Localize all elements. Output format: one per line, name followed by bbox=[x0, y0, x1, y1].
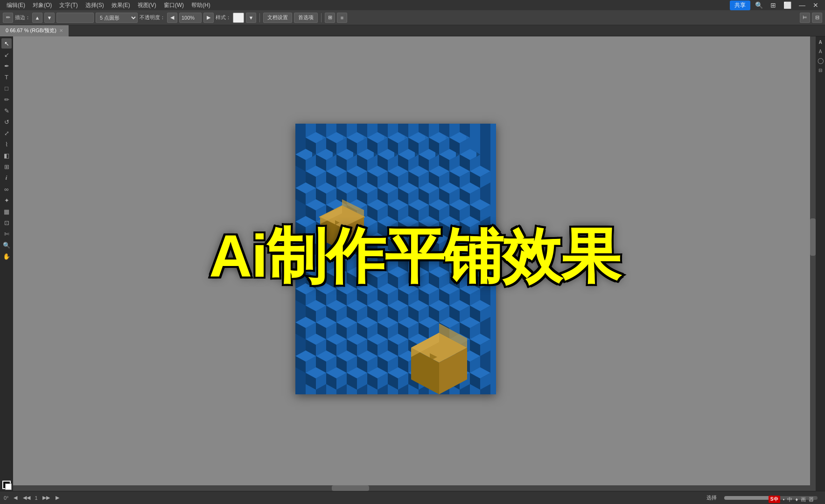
graph-tool[interactable]: ▦ bbox=[1, 206, 12, 217]
warp-tool[interactable]: ⌇ bbox=[1, 139, 12, 149]
preferences-button[interactable]: 首选项 bbox=[294, 13, 318, 23]
scrollbar-right-thumb[interactable] bbox=[810, 218, 816, 256]
eyedropper-tool[interactable]: 𝒊 bbox=[1, 173, 12, 183]
opacity-up-icon[interactable]: ▶ bbox=[203, 13, 214, 23]
zoom-tool[interactable]: 🔍 bbox=[1, 240, 12, 250]
tab-close-icon[interactable]: ✕ bbox=[59, 28, 63, 33]
separator-1 bbox=[259, 13, 260, 22]
right-panel-grid-icon[interactable]: ⊟ bbox=[817, 66, 824, 74]
menu-edit[interactable]: 编辑(E) bbox=[4, 1, 28, 10]
iso-pattern-svg bbox=[295, 124, 496, 394]
style-label: 样式： bbox=[216, 14, 231, 21]
menu-window[interactable]: 窗口(W) bbox=[161, 1, 187, 10]
right-panel-circle-icon[interactable]: ◯ bbox=[817, 57, 824, 64]
direct-select-tool[interactable]: ↙ bbox=[1, 49, 12, 60]
snap-value-input[interactable] bbox=[56, 13, 94, 23]
gradient-tool[interactable]: ◧ bbox=[1, 150, 12, 161]
artboard-tool[interactable]: ⊡ bbox=[1, 217, 12, 228]
close-icon[interactable]: ✕ bbox=[810, 0, 821, 10]
shape-tool[interactable]: □ bbox=[1, 83, 12, 93]
menu-object[interactable]: 对象(O) bbox=[30, 1, 55, 10]
status-action-label: 选择 bbox=[706, 494, 717, 501]
hand-tool[interactable]: ✋ bbox=[1, 251, 12, 261]
menu-bar: 编辑(E) 对象(O) 文字(T) 选择(S) 效果(E) 视图(V) 窗口(W… bbox=[0, 0, 825, 10]
rotation-value: 0° bbox=[4, 495, 9, 501]
minimize-icon[interactable]: — bbox=[796, 0, 808, 10]
doc-background bbox=[295, 124, 496, 394]
snap-label: 描边： bbox=[15, 14, 30, 21]
scrollbar-right[interactable] bbox=[810, 36, 816, 491]
text-tool[interactable]: T bbox=[1, 72, 12, 82]
fill-color[interactable] bbox=[2, 481, 11, 489]
tab-label: 0 66.67 % (RGB/预览) bbox=[6, 27, 56, 34]
arrange-toolbar-icon[interactable]: ⊞ bbox=[325, 13, 335, 23]
menu-help[interactable]: 帮助(H) bbox=[189, 1, 213, 10]
document-canvas bbox=[295, 124, 496, 394]
page-next-btn[interactable]: ▶ bbox=[55, 495, 60, 501]
page-prev-btn[interactable]: ◀ bbox=[13, 495, 18, 501]
right-panel-ai-icon[interactable]: A bbox=[817, 38, 824, 46]
system-tray: S中 • 中 ♦ 画 器 bbox=[769, 496, 814, 503]
tray-logo[interactable]: S中 bbox=[769, 496, 780, 503]
mesh-tool[interactable]: ⊞ bbox=[1, 161, 12, 172]
style-dropdown-icon[interactable]: ▼ bbox=[246, 13, 256, 23]
right-panel: A A ◯ ⊟ bbox=[816, 36, 825, 491]
canvas-area: Ai制作平铺效果 bbox=[13, 36, 816, 491]
menu-effect[interactable]: 效果(E) bbox=[109, 1, 133, 10]
scrollbar-bottom-thumb[interactable] bbox=[332, 485, 369, 491]
more-options-icon[interactable]: ≡ bbox=[337, 13, 347, 23]
menu-text[interactable]: 文字(T) bbox=[56, 1, 80, 10]
slice-tool[interactable]: ✄ bbox=[1, 229, 12, 239]
tray-icon-4[interactable]: 画 bbox=[801, 496, 806, 503]
search-icon[interactable]: 🔍 bbox=[752, 0, 766, 10]
panel-icon[interactable]: ⊟ bbox=[812, 13, 822, 23]
pen-tool[interactable]: ✒ bbox=[1, 61, 12, 71]
opacity-label: 不透明度： bbox=[140, 14, 165, 21]
pencil-tool[interactable]: ✎ bbox=[1, 105, 12, 116]
scale-tool[interactable]: ⤢ bbox=[1, 128, 12, 138]
tray-icon-1[interactable]: • bbox=[783, 497, 785, 502]
left-toolbar: ↖ ↙ ✒ T □ ✏ ✎ ↺ ⤢ ⌇ ◧ ⊞ 𝒊 ∞ ✦ ▦ ⊡ ✄ 🔍 ✋ bbox=[0, 36, 13, 491]
style-color-swatch[interactable] bbox=[233, 13, 244, 23]
page-last-btn[interactable]: ▶▶ bbox=[42, 495, 51, 501]
arrange-icon[interactable]: ⊞ bbox=[768, 0, 779, 10]
window-icon[interactable]: ⬜ bbox=[781, 0, 794, 10]
tray-icon-3[interactable]: ♦ bbox=[795, 497, 798, 502]
page-number: 1 bbox=[35, 495, 38, 501]
blend-tool[interactable]: ∞ bbox=[1, 184, 12, 194]
align-icon[interactable]: ⊨ bbox=[800, 13, 810, 23]
document-tab[interactable]: 0 66.67 % (RGB/预览) ✕ bbox=[0, 25, 69, 36]
tray-icon-2[interactable]: 中 bbox=[787, 496, 792, 503]
tray-icon-5[interactable]: 器 bbox=[809, 496, 814, 503]
menu-select[interactable]: 选择(S) bbox=[83, 1, 107, 10]
right-panel-a-icon[interactable]: A bbox=[817, 48, 824, 55]
brush-tool[interactable]: ✏ bbox=[1, 94, 12, 105]
selection-tool[interactable]: ↖ bbox=[1, 38, 12, 49]
toolbar: ✏ 描边： ▲ ▼ 5 点圆形 不透明度： ◀ ▶ 样式： ▼ 文档设置 首选项… bbox=[0, 10, 825, 25]
opacity-down-icon[interactable]: ◀ bbox=[167, 13, 177, 23]
separator-2 bbox=[321, 13, 322, 22]
opacity-input[interactable] bbox=[179, 13, 202, 23]
share-button[interactable]: 共享 bbox=[730, 0, 750, 10]
points-select[interactable]: 5 点圆形 bbox=[96, 13, 138, 23]
snap-down-icon[interactable]: ▼ bbox=[44, 13, 55, 23]
scrollbar-bottom[interactable] bbox=[13, 485, 810, 491]
tool-brush-icon[interactable]: ✏ bbox=[3, 13, 13, 23]
symbol-tool[interactable]: ✦ bbox=[1, 195, 12, 205]
snap-up-icon[interactable]: ▲ bbox=[32, 13, 42, 23]
menu-view[interactable]: 视图(V) bbox=[135, 1, 159, 10]
page-first-btn[interactable]: ◀◀ bbox=[22, 495, 31, 501]
tab-bar: 0 66.67 % (RGB/预览) ✕ bbox=[0, 25, 825, 36]
rotate-tool[interactable]: ↺ bbox=[1, 117, 12, 127]
status-bar: 0° ◀ ◀◀ 1 ▶▶ ▶ 选择 bbox=[0, 491, 825, 504]
doc-settings-button[interactable]: 文档设置 bbox=[263, 13, 292, 23]
